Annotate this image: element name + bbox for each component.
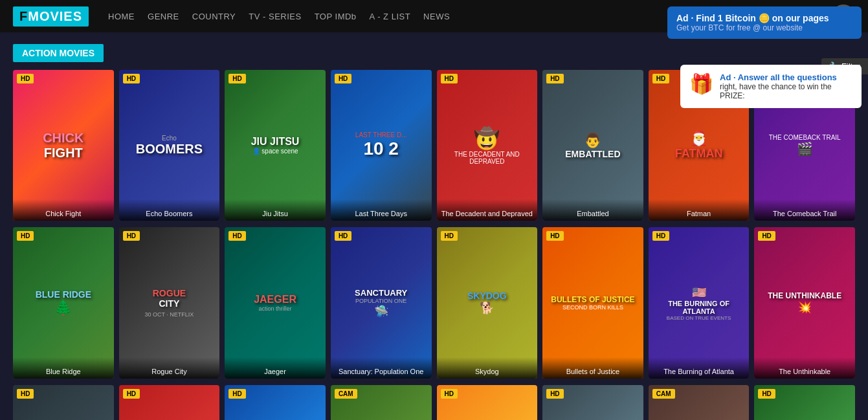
badge-hd: HD [441, 231, 458, 241]
ad-banner-bitcoin[interactable]: Ad · Find 1 Bitcoin 🪙 on our pages Get y… [667, 6, 862, 39]
nav-country[interactable]: COUNTRY [192, 12, 236, 21]
badge-hd: HD [335, 231, 351, 241]
movie-card-cam[interactable]: CAM CAM CAM [649, 385, 750, 420]
badge-hd: HD [546, 74, 563, 83]
movie-card-batman[interactable]: 🦇 BATMAN: DEATH IN THE FAMILY HD Batman:… [437, 385, 538, 420]
movie-title: Embattled [542, 199, 643, 221]
movie-title: Chick Fight [13, 199, 114, 221]
movie-grid-row3: 🎬 HD 🎭 HD 🎥 HD NEVER STEAL A MAN'S... CA… [13, 385, 855, 420]
movie-card-embattled[interactable]: 👨 EMBATTLED HD Embattled [542, 70, 643, 221]
movie-title: Sanctuary: Population One [331, 357, 432, 379]
movie-card-r3-2[interactable]: 🎭 HD [119, 385, 220, 420]
movie-title: The Comeback Trail [754, 199, 855, 221]
movie-title: Rogue City [119, 357, 220, 379]
main-nav: HOME GENRE COUNTRY TV - SERIES TOP IMDb … [108, 12, 751, 21]
movie-card-sanctuary[interactable]: SANCTUARY POPULATION ONE 🛸 HD Sanctuary:… [331, 227, 432, 378]
movie-title: Jaeger [225, 357, 326, 379]
badge-hd: HD [758, 389, 775, 399]
section-title: ACTION MOVIES [13, 44, 104, 62]
ad-bitcoin-title: Ad · Find 1 Bitcoin 🪙 on our pages [676, 13, 852, 23]
badge-hd: HD [123, 231, 140, 241]
badge-hd: HD [546, 231, 563, 241]
movie-title: Blue Ridge [13, 357, 114, 379]
movie-title: Echo Boomers [119, 199, 220, 221]
movie-title: Fatman [649, 199, 750, 221]
badge-hd: HD [17, 389, 34, 399]
ad-quiz-subtitle: right, have the chance to win the PRIZE: [720, 82, 852, 100]
movie-card-chick-fight[interactable]: CHICK FIGHT HD Chick Fight [13, 70, 114, 221]
movie-card-echo-boomers[interactable]: Echo BOOMERS HD Echo Boomers [119, 70, 220, 221]
badge-hd: HD [441, 389, 458, 399]
site-logo[interactable]: FMOVIES [13, 6, 89, 27]
badge-cam: CAM [335, 389, 357, 399]
badge-hd: HD [652, 74, 669, 83]
badge-hd: HD [652, 231, 669, 241]
movie-title: Jiu Jitsu [225, 199, 326, 221]
movie-card-last-three-days[interactable]: LAST THREE D... 10 2 HD Last Three Days [331, 70, 432, 221]
movie-title: Bullets of Justice [542, 357, 643, 379]
badge-hd: HD [335, 74, 351, 83]
movie-card-blue-ridge[interactable]: BLUE RIDGE 🌲 HD Blue Ridge [13, 227, 114, 378]
badge-hd: HD [123, 74, 140, 83]
badge-hd: HD [758, 231, 775, 241]
badge-hd: HD [228, 74, 245, 83]
movie-card-jaeger[interactable]: JAEGER action thriller HD Jaeger [225, 227, 326, 378]
nav-tv-series[interactable]: TV - SERIES [249, 12, 301, 21]
movie-card-burning-atlanta[interactable]: 🇺🇸 THE BURNING OF ATLANTA BASED ON TRUE … [649, 227, 750, 378]
movie-card-bullets-of-justice[interactable]: BULLETS OF JUSTICE SECOND BORN KILLS HD … [542, 227, 643, 378]
movie-card-r3-1[interactable]: 🎬 HD [13, 385, 114, 420]
movie-card-r3-8[interactable]: 🎬 HD [754, 385, 855, 420]
movie-card-unthinkable[interactable]: THE UNTHINKABLE 💥 HD The Unthinkable [754, 227, 855, 378]
movie-card-r3-6[interactable]: SECRET SOCIETY HD [542, 385, 643, 420]
movie-card-decadent[interactable]: 🤠 THE DECADENT AND DEPRAVED HD The Decad… [437, 70, 538, 221]
badge-hd: HD [17, 231, 34, 241]
movie-card-r3-3[interactable]: 🎥 HD [225, 385, 326, 420]
badge-hd: HD [17, 74, 34, 83]
ad-banner-quiz[interactable]: 🎁 Ad · Answer all the questions right, h… [680, 65, 862, 108]
movie-title: Last Three Days [331, 199, 432, 221]
nav-az-list[interactable]: A - Z LIST [370, 12, 411, 21]
badge-hd: HD [228, 389, 245, 399]
badge-hd: HD [441, 74, 458, 83]
badge-hd: HD [228, 231, 245, 241]
badge-hd: HD [546, 389, 563, 399]
movie-grid-row2: BLUE RIDGE 🌲 HD Blue Ridge ROGUE CITY 30… [13, 227, 855, 378]
nav-genre[interactable]: GENRE [148, 12, 179, 21]
movie-card-skydog[interactable]: SKYDOG 🐕 HD Skydog [437, 227, 538, 378]
movie-title: The Decadent and Depraved [437, 199, 538, 221]
movie-title: The Unthinkable [754, 357, 855, 379]
movie-title: Skydog [437, 357, 538, 379]
ad-bitcoin-subtitle: Get your BTC for free @ our website [676, 23, 852, 32]
movie-card-rogue-city[interactable]: ROGUE CITY 30 OCT · NETFLIX HD Rogue Cit… [119, 227, 220, 378]
movie-title: The Burning of Atlanta [649, 357, 750, 379]
gift-icon: 🎁 [689, 72, 713, 95]
nav-top-imdb[interactable]: TOP IMDb [315, 12, 357, 21]
badge-cam: CAM [652, 389, 675, 399]
ad-quiz-title: Ad · Answer all the questions [720, 72, 852, 82]
nav-news[interactable]: NEWS [423, 12, 450, 21]
movie-card-jiu-jitsu[interactable]: JIU JITSU 👤 space scene HD Jiu Jitsu [225, 70, 326, 221]
badge-hd: HD [123, 389, 140, 399]
nav-home[interactable]: HOME [108, 12, 135, 21]
movie-card-r3-4[interactable]: NEVER STEAL A MAN'S... CAM [331, 385, 432, 420]
